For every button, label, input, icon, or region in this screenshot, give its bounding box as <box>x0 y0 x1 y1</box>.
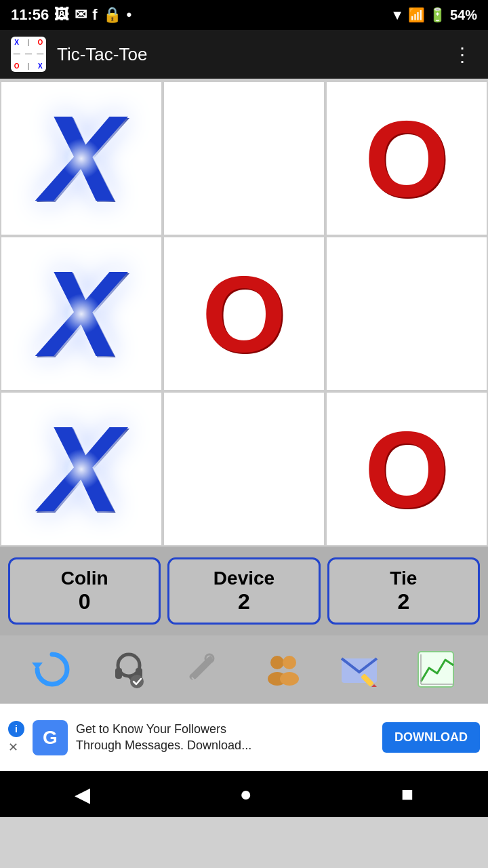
wifi-icon: ▼ <box>390 7 404 23</box>
icon-o1: O <box>35 37 46 48</box>
score-value-tie: 2 <box>397 589 409 614</box>
icon-x1: X <box>11 37 22 48</box>
score-card-tie: Tie 2 <box>327 557 480 625</box>
facebook-icon: f <box>92 6 97 24</box>
app-title: Tic-Tac-Toe <box>57 44 447 65</box>
refresh-button[interactable] <box>28 645 77 694</box>
headset-button[interactable] <box>104 645 153 694</box>
app-icon: X | O — — — O | X <box>11 37 46 72</box>
svg-point-6 <box>270 656 284 669</box>
x-mark: X <box>41 408 122 530</box>
icon-x2: X <box>35 60 46 72</box>
ad-body: Through Messages. Download... <box>76 738 251 752</box>
o-mark: O <box>202 260 286 368</box>
status-left: 11:56 🖼 ✉ f 🔒 • <box>11 6 131 24</box>
game-board: X O X O X O <box>0 79 488 547</box>
app-bar: X | O — — — O | X Tic-Tac-Toe ⋮ <box>0 30 488 79</box>
svg-marker-0 <box>32 663 43 669</box>
settings-button[interactable] <box>181 645 230 694</box>
svg-point-4 <box>130 675 144 688</box>
ad-banner: i ✕ G Get to Know Your Followers Through… <box>0 703 488 771</box>
menu-button[interactable]: ⋮ <box>447 38 477 71</box>
svg-point-9 <box>280 672 299 686</box>
score-value-device: 2 <box>238 589 250 614</box>
ad-text: Get to Know Your Followers Through Messa… <box>76 722 374 753</box>
x-mark: X <box>41 253 122 375</box>
lock-icon: 🔒 <box>103 6 121 24</box>
status-right: ▼ 📶 🔋 54% <box>390 7 477 23</box>
icon-pipe2: | <box>22 60 34 72</box>
time: 11:56 <box>11 6 49 24</box>
cell-r0c1[interactable] <box>163 81 325 236</box>
x-mark: X <box>41 98 122 220</box>
icon-dash2: — <box>22 48 34 60</box>
ad-info-button[interactable]: i <box>8 721 24 737</box>
recents-button[interactable]: ■ <box>385 777 430 811</box>
cell-r1c2[interactable] <box>325 236 488 391</box>
score-card-colin: Colin 0 <box>8 557 161 625</box>
score-name-tie: Tie <box>390 568 417 589</box>
o-mark: O <box>365 104 449 213</box>
cell-r2c0[interactable]: X <box>0 391 163 547</box>
score-name-colin: Colin <box>61 568 108 589</box>
cell-r0c0[interactable]: X <box>0 81 163 236</box>
score-value-colin: 0 <box>79 589 91 614</box>
home-button[interactable]: ● <box>223 777 268 811</box>
ad-close-button[interactable]: ✕ <box>8 740 18 755</box>
svg-point-8 <box>283 656 296 669</box>
icon-pipe1: | <box>22 37 34 48</box>
score-section: Colin 0 Device 2 Tie 2 <box>0 547 488 635</box>
players-button[interactable] <box>258 645 307 694</box>
battery-icon: 🔋 <box>429 7 446 23</box>
signal-icon: 📶 <box>408 7 425 23</box>
score-card-device: Device 2 <box>167 557 320 625</box>
svg-rect-13 <box>418 652 453 687</box>
cell-r0c2[interactable]: O <box>325 81 488 236</box>
cell-r2c2[interactable]: O <box>325 391 488 547</box>
cell-r1c1[interactable]: O <box>163 236 325 391</box>
bottom-toolbar <box>0 635 488 703</box>
icon-dash1: — <box>11 48 22 60</box>
dot-icon: • <box>127 6 132 24</box>
cell-r1c0[interactable]: X <box>0 236 163 391</box>
chart-button[interactable] <box>411 645 460 694</box>
icon-dash3: — <box>35 48 46 60</box>
ad-headline: Get to Know Your Followers <box>76 722 226 736</box>
ad-logo: G <box>33 720 68 755</box>
svg-rect-2 <box>115 668 122 679</box>
mail-button[interactable] <box>335 645 384 694</box>
o-mark: O <box>365 415 449 524</box>
ad-download-button[interactable]: DOWNLOAD <box>382 722 480 753</box>
status-bar: 11:56 🖼 ✉ f 🔒 • ▼ 📶 🔋 54% <box>0 0 488 30</box>
nav-bar: ◀ ● ■ <box>0 771 488 817</box>
notification-icon: 🖼 <box>54 6 69 24</box>
icon-o2: O <box>11 60 22 72</box>
cell-r2c1[interactable] <box>163 391 325 547</box>
back-button[interactable]: ◀ <box>58 777 106 812</box>
gmail-icon: ✉ <box>75 6 87 24</box>
battery-percent: 54% <box>450 7 477 23</box>
score-name-device: Device <box>214 568 274 589</box>
